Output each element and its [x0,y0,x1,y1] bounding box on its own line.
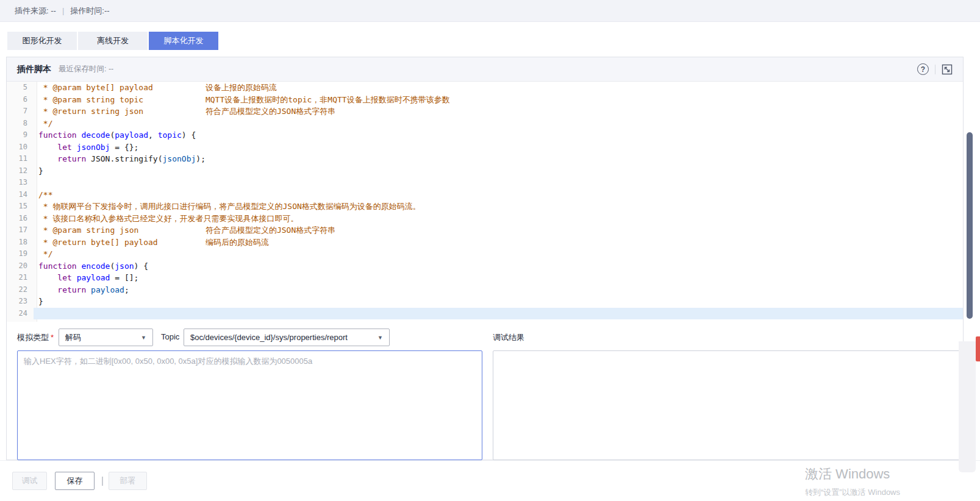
simulate-type-text: 模拟类型 [17,333,49,342]
line-number: 24 [7,308,34,320]
line-number: 5 [7,82,34,94]
topic-value: $oc/devices/{device_id}/sys/properties/r… [190,333,348,342]
code-text: let jsonObj = {}; [34,141,138,154]
line-number: 6 [7,94,34,106]
code-text: return payload; [34,284,129,296]
debug-result-box [493,350,962,460]
line-number: 13 [7,177,34,189]
code-line[interactable]: 7 * @return string json 符合产品模型定义的JSON格式字… [7,105,963,118]
line-number: 16 [7,213,34,225]
line-number: 21 [7,272,34,284]
code-text [34,177,38,189]
required-mark: * [51,333,54,342]
icon-divider [935,65,935,74]
code-text: /** [34,189,52,201]
code-line[interactable]: 10 let jsonObj = {}; [7,141,963,154]
code-text: * 物联网平台下发指令时，调用此接口进行编码，将产品模型定义的JSON格式数据编… [34,201,421,213]
operation-time-label: 操作时间:-- [70,5,109,16]
editor-lines: 5 * @param byte[] payload 设备上报的原始码流6 * @… [7,82,963,319]
code-text: * @param string json 符合产品模型定义的JSON格式字符串 [34,224,335,236]
code-line[interactable]: 12} [7,165,963,177]
hex-input[interactable] [17,350,482,460]
line-number: 7 [7,105,34,118]
line-number: 9 [7,129,34,141]
tab-offline-dev[interactable]: 离线开发 [78,32,148,50]
line-number: 12 [7,165,34,177]
simulate-type-label: 模拟类型* [17,332,54,343]
plugin-source-label: 插件来源: -- [15,5,56,16]
code-line[interactable]: 17 * @param string json 符合产品模型定义的JSON格式字… [7,224,963,236]
line-number: 11 [7,153,34,165]
deploy-button[interactable]: 部署 [109,472,147,490]
line-number: 20 [7,260,34,272]
code-line[interactable]: 19 */ [7,248,963,260]
top-info-bar: 插件来源: -- | 操作时间:-- [0,0,980,22]
tab-script-dev[interactable]: 脚本化开发 [149,32,218,50]
debug-result-label: 调试结果 [493,332,524,343]
plugin-script-panel: 插件脚本 最近保存时间: -- ? 5 * @param byte[] payl… [6,57,964,460]
code-line[interactable]: 13 [7,177,963,189]
simulate-type-select[interactable]: 解码 ▼ [59,329,153,346]
separator: | [62,6,64,15]
code-line[interactable]: 24 [7,308,963,320]
line-number: 15 [7,201,34,213]
debug-button[interactable]: 调试 [12,472,47,490]
code-line[interactable]: 23} [7,296,963,308]
panel-header: 插件脚本 最近保存时间: -- ? [7,57,963,82]
line-number: 10 [7,141,34,154]
code-text: } [34,165,43,177]
code-text: function decode(payload, topic) { [34,129,196,141]
code-line[interactable]: 5 * @param byte[] payload 设备上报的原始码流 [7,82,963,94]
fullscreen-icon[interactable] [942,64,953,75]
code-line[interactable]: 16 * 该接口名称和入参格式已经定义好，开发者只需要实现具体接口即可。 [7,213,963,225]
last-saved-label: 最近保存时间: -- [59,64,113,74]
code-line[interactable]: 6 * @param string topic MQTT设备上报数据时的topi… [7,94,963,106]
code-line[interactable]: 9function decode(payload, topic) { [7,129,963,141]
windows-watermark: 激活 Windows 转到“设置”以激活 Windows [805,465,900,498]
code-line[interactable]: 22 return payload; [7,284,963,296]
code-text: * @param string topic MQTT设备上报数据时的topic，… [34,94,450,106]
help-icon[interactable]: ? [917,63,929,75]
code-text [34,308,38,320]
line-number: 14 [7,189,34,201]
code-line[interactable]: 21 let payload = []; [7,272,963,284]
chevron-down-icon: ▼ [377,335,383,341]
code-line[interactable]: 18 * @return byte[] payload 编码后的原始码流 [7,236,963,249]
page-root: 插件来源: -- | 操作时间:-- 图形化开发 离线开发 脚本化开发 插件脚本… [0,0,980,501]
button-divider [102,477,103,486]
line-number: 17 [7,224,34,236]
code-line[interactable]: 11 return JSON.stringify(jsonObj); [7,153,963,165]
code-line[interactable]: 20function encode(json) { [7,260,963,272]
simulate-type-value: 解码 [65,332,81,343]
code-editor[interactable]: 5 * @param byte[] payload 设备上报的原始码流6 * @… [7,82,963,322]
line-number: 8 [7,118,34,130]
code-text: * @return byte[] payload 编码后的原始码流 [34,236,269,249]
header-icons: ? [917,63,953,75]
line-number: 22 [7,284,34,296]
topic-select[interactable]: $oc/devices/{device_id}/sys/properties/r… [184,329,390,346]
code-text: */ [34,248,52,260]
topic-label: Topic [161,332,179,341]
save-button[interactable]: 保存 [55,472,95,490]
code-text: return JSON.stringify(jsonObj); [34,153,206,165]
chevron-down-icon: ▼ [141,335,146,341]
side-panel-shadow [959,341,976,472]
code-text: let payload = []; [34,272,138,284]
panel-title: 插件脚本 [17,64,51,75]
code-line[interactable]: 14/** [7,189,963,201]
page-scrollbar[interactable] [967,132,973,319]
dev-mode-tabs: 图形化开发 离线开发 脚本化开发 [7,32,218,50]
code-text: } [34,296,43,308]
code-text: function encode(json) { [34,260,148,272]
feedback-edge-tab[interactable] [976,336,980,361]
watermark-line1: 激活 Windows [805,465,900,483]
watermark-line2: 转到“设置”以激活 Windows [805,487,900,498]
code-text: * 该接口名称和入参格式已经定义好，开发者只需要实现具体接口即可。 [34,213,298,225]
code-text: * @return string json 符合产品模型定义的JSON格式字符串 [34,105,335,118]
line-number: 23 [7,296,34,308]
code-line[interactable]: 15 * 物联网平台下发指令时，调用此接口进行编码，将产品模型定义的JSON格式… [7,201,963,213]
tab-graphical-dev[interactable]: 图形化开发 [7,32,77,50]
code-line[interactable]: 8 */ [7,118,963,130]
line-number: 19 [7,248,34,260]
code-text: */ [34,118,52,130]
